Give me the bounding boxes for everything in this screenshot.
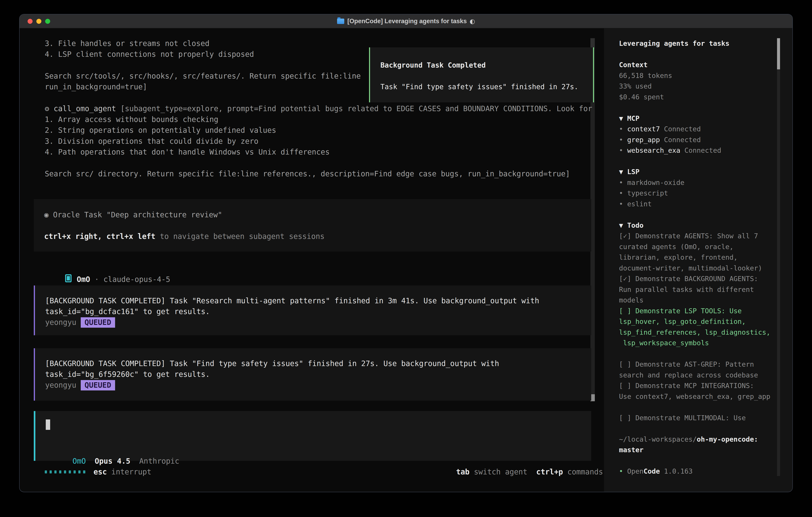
lsp-name: eslint (627, 200, 652, 208)
lsp-item: • typescript (619, 188, 777, 199)
todo-line-done: curated agents (OmO, oracle, (619, 242, 777, 252)
bullet-icon: • (619, 146, 627, 154)
todo-line-pending: [ ] Demonstrate AST-GREP: Pattern (619, 359, 777, 370)
status-left: esc interrupt (45, 468, 151, 476)
todo-section-header[interactable]: ▼ Todo (619, 220, 777, 231)
oracle-hint: ctrl+x right, ctrl+x left to navigate be… (44, 231, 591, 242)
task-meta-row: yeongyuQUEUED (45, 380, 591, 391)
log-line: 1. Array access without bounds checking (45, 114, 592, 125)
spacer-line (44, 220, 591, 231)
todo-line-active: lsp_workspace_symbols (619, 338, 777, 349)
input-provider-name: Anthropic (139, 457, 179, 465)
log-line: Search src/ directory. Return specific f… (45, 168, 592, 179)
prompt-input[interactable]: OmO Opus 4.5 Anthropic (34, 411, 591, 461)
zoom-button[interactable] (45, 19, 50, 24)
spacer-line (380, 71, 585, 81)
todo-line-pending: [ ] Demonstrate MULTIMODAL: Use (619, 413, 777, 424)
task-user: yeongyu (45, 318, 76, 327)
notification-toast[interactable]: Background Task Completed Task "Find typ… (369, 47, 594, 102)
traffic-lights (28, 19, 50, 24)
titlebar[interactable]: [OpenCode] Leveraging agents for tasks ◐ (20, 15, 792, 28)
agent-header: OmO · claude-opus-4-5 (47, 263, 170, 274)
spacer-line (619, 456, 777, 466)
spinner-dots-icon (45, 470, 88, 473)
minimize-button[interactable] (36, 19, 41, 24)
hint-keys: ctrl+x right, ctrl+x left (44, 232, 155, 241)
mcp-status: Connected (680, 146, 721, 154)
todo-line-done: models (619, 295, 777, 306)
status-badge: QUEUED (81, 380, 115, 390)
context-heading: Context (619, 60, 777, 71)
tab-label: switch agent (469, 468, 527, 476)
session-title: Leveraging agents for tasks (619, 38, 777, 49)
mcp-name: grep_app (627, 136, 660, 144)
tool-call-line: ⚙ call_omo_agent [subagent_type=explore,… (45, 103, 592, 114)
todo-line-pending: search and replace across codebase (619, 370, 777, 381)
mcp-item: • context7 Connected (619, 124, 777, 135)
mcp-name: websearch_exa (627, 146, 680, 154)
esc-label: interrupt (107, 468, 151, 476)
lsp-section-header[interactable]: ▼ LSP (619, 166, 777, 177)
bullet-icon: • (619, 189, 627, 197)
agent-icon (65, 274, 71, 282)
bullet-icon: • (619, 125, 627, 133)
todo-line-active: lsp_hover, lsp_goto_definition, (619, 316, 777, 327)
todo-line-done: [✓] Demonstrate AGENTS: Show all 7 (619, 231, 777, 242)
activity-indicator-icon: ◐ (469, 18, 475, 25)
todo-line-pending: [ ] Demonstrate MCP INTEGRATIONS: (619, 380, 777, 391)
lsp-item: • markdown-oxide (619, 177, 777, 188)
ctrlp-label: commands (563, 468, 603, 476)
todo-line-done: [✓] Demonstrate BACKGROUND AGENTS: (619, 273, 777, 284)
tool-args: [subagent_type=explore, prompt=Find pote… (120, 104, 592, 113)
input-model-row: OmO Opus 4.5 Anthropic (46, 445, 179, 456)
folder-icon (337, 19, 344, 24)
input-agent-name: OmO (72, 457, 86, 465)
spacer-line (619, 423, 777, 434)
spacer-line (619, 156, 777, 167)
todo-line-active: lsp_find_references, lsp_diagnostics, (619, 327, 777, 338)
log-line: 4. Path operations that don't handle Win… (45, 147, 592, 158)
background-task-message: [BACKGROUND TASK COMPLETED] Task "Find t… (34, 348, 591, 401)
hint-text: to navigate between subagent sessions (155, 232, 324, 241)
task-line: task_id="bg_6f59260c" to get results. (45, 369, 591, 380)
bullet-icon: • (619, 467, 627, 475)
todo-line-done: document-writer, multimodal-looker) (619, 263, 777, 274)
close-button[interactable] (28, 19, 33, 24)
mcp-name: context7 (627, 125, 660, 133)
task-user: yeongyu (45, 381, 76, 389)
context-spent: $0.46 spent (619, 92, 777, 103)
key-ctrl-p: ctrl+p (536, 468, 563, 476)
mcp-section-header[interactable]: ▼ MCP (619, 113, 777, 124)
spacer-line (619, 209, 777, 220)
gap (86, 457, 95, 465)
oracle-task-panel: ◉ Oracle Task "Deep architecture review"… (34, 199, 591, 251)
oracle-title: ◉ Oracle Task "Deep architecture review" (44, 210, 591, 220)
mcp-status: Connected (660, 125, 701, 133)
path-prefix: ~/local-workspaces/ (619, 435, 697, 443)
agent-name: OmO (77, 275, 90, 284)
lsp-name: markdown-oxide (627, 179, 685, 187)
lsp-item: • eslint (619, 199, 777, 210)
window-title-text: [OpenCode] Leveraging agents for tasks (347, 18, 467, 25)
lsp-name: typescript (627, 189, 668, 197)
window-title: [OpenCode] Leveraging agents for tasks ◐ (337, 18, 475, 25)
agent-model: claude-opus-4-5 (104, 275, 170, 284)
context-tokens: 66,518 tokens (619, 71, 777, 81)
spacer-line (45, 158, 592, 168)
version-row: • OpenCode 1.0.163 (619, 466, 777, 477)
spacer-line (619, 49, 777, 60)
workspace-branch: master (619, 445, 777, 456)
notification-title: Background Task Completed (380, 60, 585, 71)
path-project: oh-my-opencode: (697, 435, 758, 443)
status-right: tab switch agent ctrl+p commands (456, 468, 603, 476)
separator: · (90, 275, 104, 284)
background-task-message: [BACKGROUND TASK COMPLETED] Task "Resear… (34, 285, 591, 335)
sidebar-content: Leveraging agents for tasks Context 66,5… (619, 38, 777, 477)
task-line: task_id="bg_dcfac161" to get results. (45, 306, 591, 317)
status-badge: QUEUED (81, 317, 115, 328)
sidebar-scrollbar-thumb[interactable] (777, 38, 780, 70)
todo-line-done: Run parallel tasks with different (619, 284, 777, 295)
sidebar-scrollbar-track[interactable] (777, 38, 780, 476)
todo-line-active: [ ] Demonstrate LSP TOOLS: Use (619, 306, 777, 317)
version-name-bold: Code (644, 467, 660, 475)
